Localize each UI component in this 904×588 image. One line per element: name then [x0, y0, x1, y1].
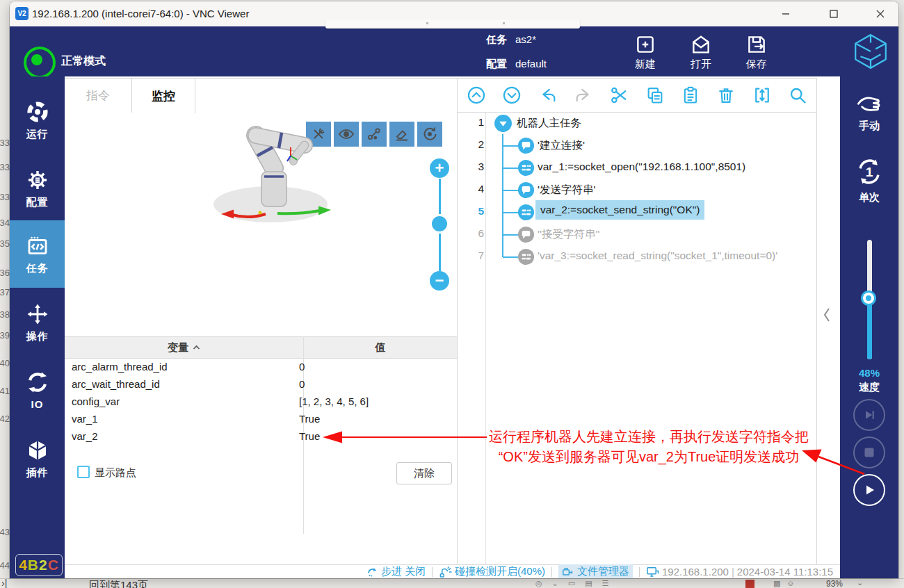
- copy-button[interactable]: [645, 85, 665, 106]
- vnc-window: V2 192.168.1.200 (intel-corei7-64:0) - V…: [10, 1, 898, 578]
- open-task-button[interactable]: 打开: [679, 33, 723, 71]
- search-button[interactable]: [787, 85, 808, 106]
- open-file-icon: [689, 33, 713, 56]
- column-variable[interactable]: 变量: [65, 337, 303, 358]
- status-divider: [432, 567, 433, 577]
- clear-button[interactable]: 清除: [396, 462, 452, 484]
- search-icon: [788, 85, 807, 105]
- screen: 33 33 33 34 35 36 37 38 39 40 41 42 43 4…: [0, 0, 904, 588]
- connection-status: 192.168.1.200 | 2024-03-14 11:13:15: [646, 566, 833, 578]
- background-play-icon: [745, 580, 754, 588]
- task-root-icon: [494, 114, 512, 133]
- play-icon: [863, 484, 875, 496]
- close-button[interactable]: [865, 4, 896, 24]
- sidebar-item-run[interactable]: 运行: [10, 86, 65, 154]
- maximize-button[interactable]: [818, 4, 849, 24]
- background-zoom-caret: ⌄: [857, 578, 863, 587]
- zoom-track-lower: [439, 234, 441, 271]
- redo-button[interactable]: [573, 85, 594, 106]
- new-file-icon: [633, 33, 657, 56]
- move-up-button[interactable]: [466, 85, 487, 106]
- column-value[interactable]: 值: [304, 337, 457, 358]
- copy-icon: [645, 85, 665, 105]
- new-task-button[interactable]: 新建: [623, 33, 668, 71]
- tab-monitor[interactable]: 监控: [132, 79, 195, 113]
- file-manager-status[interactable]: 文件管理器: [558, 564, 633, 578]
- table-row: config_var [1, 2, 3, 4, 5, 6]: [65, 393, 457, 411]
- assign-icon: [517, 248, 535, 266]
- sort-caret-icon: [193, 345, 200, 350]
- panel-gutter: [817, 78, 840, 566]
- speed-slider-handle[interactable]: [861, 291, 876, 306]
- robot-3d-viewport[interactable]: + −: [65, 113, 457, 336]
- undo-icon: [538, 85, 558, 105]
- show-waypoints-checkbox[interactable]: [77, 466, 90, 478]
- sidebar-item-io[interactable]: IO: [10, 357, 65, 424]
- stop-button[interactable]: [853, 436, 885, 468]
- cut-button[interactable]: [608, 85, 629, 106]
- program-row-comment[interactable]: 2 '建立连接': [459, 135, 818, 157]
- collision-detection-status[interactable]: 碰撞检测开启(40%): [439, 565, 545, 578]
- background-page-indicator: 回到第143页: [89, 579, 148, 588]
- captcha-badge: 4 B 2 C: [15, 554, 63, 576]
- task-label: 任务: [486, 33, 507, 47]
- right-sidebar: 手动 1 单次 48% 速度: [840, 76, 898, 578]
- tab-command[interactable]: 指令: [65, 79, 132, 113]
- step-mode-status[interactable]: 步进 关闭: [366, 565, 426, 578]
- monitor-icon: [646, 566, 659, 578]
- task-code-icon: [25, 234, 50, 258]
- save-task-button[interactable]: 保存: [734, 33, 779, 71]
- move-arrows-icon: [26, 302, 49, 326]
- redo-icon: [574, 85, 593, 105]
- move-down-button[interactable]: [501, 85, 522, 106]
- background-floating-strip: [325, 19, 580, 28]
- program-row-comment[interactable]: 4 '发送字符串': [459, 179, 818, 202]
- comment-icon: [517, 137, 535, 154]
- sidebar-item-operate[interactable]: 操作: [10, 288, 65, 356]
- program-toolbar: [457, 78, 817, 113]
- usb-drive-icon: [562, 566, 574, 578]
- status-divider-text: |: [732, 566, 734, 578]
- zoom-out-button[interactable]: −: [430, 271, 449, 291]
- window-title: 192.168.1.200 (intel-corei7-64:0) - VNC …: [32, 8, 249, 19]
- tab-row: 指令 监控: [65, 78, 457, 113]
- delete-button[interactable]: [716, 85, 736, 106]
- config-label: 配置: [486, 58, 507, 71]
- sidebar-item-plugin[interactable]: 插件: [10, 425, 65, 492]
- hand-icon: [855, 93, 885, 118]
- task-row: 任务 as2*: [486, 33, 536, 47]
- sidebar-item-task[interactable]: 任务: [10, 220, 65, 288]
- strip-tick: [426, 22, 428, 24]
- step-next-button[interactable]: [853, 399, 885, 431]
- step-icon: [366, 566, 378, 578]
- replace-button[interactable]: [752, 85, 773, 106]
- assign-icon: [517, 204, 535, 221]
- sidebar-item-config[interactable]: 配置: [10, 154, 65, 222]
- io-icon: [26, 370, 49, 394]
- strip-tick: [503, 22, 505, 24]
- assign-icon: [517, 159, 535, 177]
- single-cycle-icon: 1: [854, 156, 885, 187]
- minimize-button[interactable]: [770, 4, 801, 24]
- table-row: arc_alarm_thread_id 0: [65, 359, 457, 376]
- program-row-assign[interactable]: 3 var_1:=socket_open("192.168.1.100",850…: [459, 157, 818, 179]
- robot-arm-render: [199, 113, 474, 231]
- skip-next-icon: [862, 408, 876, 422]
- speed-label: 速度: [840, 381, 898, 394]
- play-button[interactable]: [853, 474, 885, 506]
- mode-label: 正常模式: [61, 54, 106, 69]
- comment-icon: [517, 181, 535, 199]
- status-divider: [639, 567, 640, 577]
- undo-button[interactable]: [538, 85, 558, 106]
- program-row-assign-disabled[interactable]: 7 'var_3:=socket_read_string("socket_1",…: [459, 246, 818, 268]
- program-row-assign-selected[interactable]: 5 var_2:=socket_send_string("OK"): [459, 202, 818, 224]
- annotation-text: 运行程序机器人先建立连接，再执行发送字符指令把 “OK”发送到服务器可见var_…: [480, 427, 818, 467]
- table-row: var_1 True: [65, 411, 457, 428]
- program-row-comment-disabled[interactable]: 6 ''接受字符串'': [459, 224, 818, 246]
- collapse-chevron-icon[interactable]: [823, 307, 830, 322]
- stop-icon: [864, 447, 875, 458]
- status-bar: 步进 关闭 碰撞检测开启(40%) 文件管理器: [65, 564, 840, 578]
- speed-slider-fill: [867, 297, 872, 359]
- paste-button[interactable]: [680, 85, 701, 106]
- program-row-root[interactable]: 1 机器人主任务: [459, 113, 818, 135]
